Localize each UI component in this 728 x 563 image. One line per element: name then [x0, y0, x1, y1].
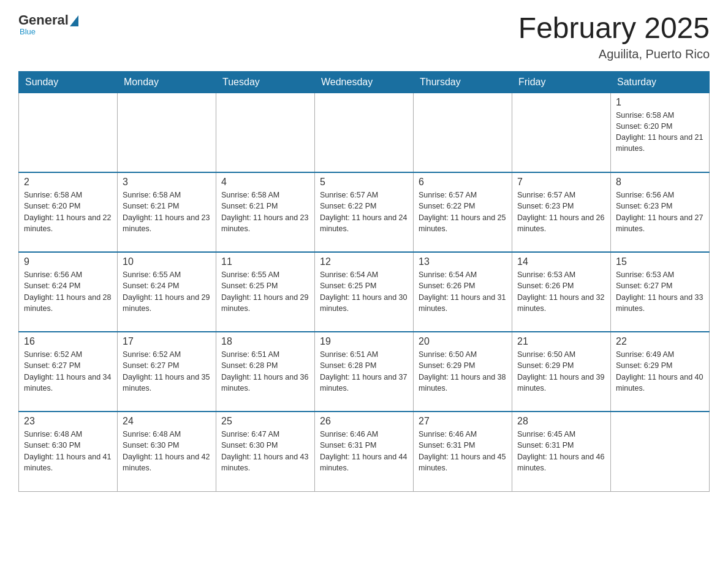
calendar-cell: 26Sunrise: 6:46 AMSunset: 6:31 PMDayligh…	[315, 412, 414, 491]
month-title: February 2025	[518, 12, 710, 45]
day-number: 26	[320, 416, 408, 427]
day-info: Sunrise: 6:55 AMSunset: 6:25 PMDaylight:…	[221, 269, 309, 314]
calendar-cell: 15Sunrise: 6:53 AMSunset: 6:27 PMDayligh…	[611, 252, 710, 332]
col-sunday: Sunday	[19, 71, 118, 93]
calendar-week-row: 2Sunrise: 6:58 AMSunset: 6:20 PMDaylight…	[19, 172, 710, 252]
calendar-cell: 4Sunrise: 6:58 AMSunset: 6:21 PMDaylight…	[216, 172, 315, 252]
day-info: Sunrise: 6:45 AMSunset: 6:31 PMDaylight:…	[517, 429, 605, 473]
day-info: Sunrise: 6:51 AMSunset: 6:28 PMDaylight:…	[221, 349, 309, 394]
day-number: 5	[320, 177, 408, 188]
logo: General Blue	[18, 12, 78, 36]
day-info: Sunrise: 6:56 AMSunset: 6:24 PMDaylight:…	[24, 269, 112, 314]
day-info: Sunrise: 6:58 AMSunset: 6:20 PMDaylight:…	[24, 190, 112, 234]
calendar-cell: 12Sunrise: 6:54 AMSunset: 6:25 PMDayligh…	[315, 252, 414, 332]
col-tuesday: Tuesday	[216, 71, 315, 93]
day-number: 8	[616, 177, 704, 188]
calendar-cell: 17Sunrise: 6:52 AMSunset: 6:27 PMDayligh…	[118, 332, 216, 412]
day-info: Sunrise: 6:55 AMSunset: 6:24 PMDaylight:…	[123, 269, 211, 314]
calendar-cell: 13Sunrise: 6:54 AMSunset: 6:26 PMDayligh…	[414, 252, 512, 332]
day-number: 13	[419, 256, 507, 267]
calendar-cell: 3Sunrise: 6:58 AMSunset: 6:21 PMDaylight…	[118, 172, 216, 252]
calendar-cell: 18Sunrise: 6:51 AMSunset: 6:28 PMDayligh…	[216, 332, 315, 412]
day-number: 28	[517, 416, 605, 427]
day-info: Sunrise: 6:58 AMSunset: 6:21 PMDaylight:…	[221, 190, 309, 234]
calendar-cell: 21Sunrise: 6:50 AMSunset: 6:29 PMDayligh…	[512, 332, 611, 412]
logo-blue-text: Blue	[20, 27, 36, 36]
day-info: Sunrise: 6:48 AMSunset: 6:30 PMDaylight:…	[123, 429, 211, 473]
calendar-cell: 20Sunrise: 6:50 AMSunset: 6:29 PMDayligh…	[414, 332, 512, 412]
calendar-cell	[315, 93, 414, 172]
col-thursday: Thursday	[414, 71, 512, 93]
day-number: 4	[221, 177, 309, 188]
day-info: Sunrise: 6:57 AMSunset: 6:22 PMDaylight:…	[320, 190, 408, 234]
logo-triangle-icon	[70, 15, 78, 26]
location-text: Aguilita, Puerto Rico	[518, 47, 710, 61]
day-number: 16	[24, 336, 112, 347]
calendar-cell: 7Sunrise: 6:57 AMSunset: 6:23 PMDaylight…	[512, 172, 611, 252]
calendar-week-row: 1Sunrise: 6:58 AMSunset: 6:20 PMDaylight…	[19, 93, 710, 172]
day-info: Sunrise: 6:54 AMSunset: 6:26 PMDaylight:…	[419, 269, 507, 314]
day-number: 24	[123, 416, 211, 427]
calendar-cell: 28Sunrise: 6:45 AMSunset: 6:31 PMDayligh…	[512, 412, 611, 491]
day-info: Sunrise: 6:51 AMSunset: 6:28 PMDaylight:…	[320, 349, 408, 394]
day-info: Sunrise: 6:53 AMSunset: 6:27 PMDaylight:…	[616, 269, 704, 314]
col-wednesday: Wednesday	[315, 71, 414, 93]
day-number: 19	[320, 336, 408, 347]
day-number: 23	[24, 416, 112, 427]
logo-general-text: General	[18, 12, 69, 28]
calendar-cell: 5Sunrise: 6:57 AMSunset: 6:22 PMDaylight…	[315, 172, 414, 252]
calendar-cell: 8Sunrise: 6:56 AMSunset: 6:23 PMDaylight…	[611, 172, 710, 252]
col-friday: Friday	[512, 71, 611, 93]
day-number: 14	[517, 256, 605, 267]
day-number: 6	[419, 177, 507, 188]
day-number: 21	[517, 336, 605, 347]
calendar-cell	[414, 93, 512, 172]
day-number: 3	[123, 177, 211, 188]
day-info: Sunrise: 6:52 AMSunset: 6:27 PMDaylight:…	[123, 349, 211, 394]
calendar-header-row: Sunday Monday Tuesday Wednesday Thursday…	[19, 71, 710, 93]
day-number: 15	[616, 256, 704, 267]
calendar-week-row: 23Sunrise: 6:48 AMSunset: 6:30 PMDayligh…	[19, 412, 710, 491]
day-number: 12	[320, 256, 408, 267]
day-number: 17	[123, 336, 211, 347]
page-header: General Blue February 2025 Aguilita, Pue…	[18, 12, 710, 61]
calendar-cell: 9Sunrise: 6:56 AMSunset: 6:24 PMDaylight…	[19, 252, 118, 332]
calendar-cell: 14Sunrise: 6:53 AMSunset: 6:26 PMDayligh…	[512, 252, 611, 332]
calendar-cell	[216, 93, 315, 172]
day-info: Sunrise: 6:46 AMSunset: 6:31 PMDaylight:…	[419, 429, 507, 473]
day-info: Sunrise: 6:57 AMSunset: 6:23 PMDaylight:…	[517, 190, 605, 234]
calendar-cell: 24Sunrise: 6:48 AMSunset: 6:30 PMDayligh…	[118, 412, 216, 491]
col-saturday: Saturday	[611, 71, 710, 93]
calendar-cell	[611, 412, 710, 491]
calendar-cell	[19, 93, 118, 172]
day-info: Sunrise: 6:50 AMSunset: 6:29 PMDaylight:…	[517, 349, 605, 394]
day-number: 9	[24, 256, 112, 267]
calendar-cell: 19Sunrise: 6:51 AMSunset: 6:28 PMDayligh…	[315, 332, 414, 412]
day-info: Sunrise: 6:54 AMSunset: 6:25 PMDaylight:…	[320, 269, 408, 314]
calendar-cell: 1Sunrise: 6:58 AMSunset: 6:20 PMDaylight…	[611, 93, 710, 172]
day-info: Sunrise: 6:52 AMSunset: 6:27 PMDaylight:…	[24, 349, 112, 394]
day-number: 27	[419, 416, 507, 427]
day-info: Sunrise: 6:46 AMSunset: 6:31 PMDaylight:…	[320, 429, 408, 473]
calendar-cell: 16Sunrise: 6:52 AMSunset: 6:27 PMDayligh…	[19, 332, 118, 412]
day-number: 11	[221, 256, 309, 267]
day-number: 22	[616, 336, 704, 347]
day-info: Sunrise: 6:58 AMSunset: 6:20 PMDaylight:…	[616, 110, 704, 155]
day-number: 10	[123, 256, 211, 267]
day-number: 25	[221, 416, 309, 427]
calendar-cell: 11Sunrise: 6:55 AMSunset: 6:25 PMDayligh…	[216, 252, 315, 332]
calendar-cell: 2Sunrise: 6:58 AMSunset: 6:20 PMDaylight…	[19, 172, 118, 252]
day-info: Sunrise: 6:49 AMSunset: 6:29 PMDaylight:…	[616, 349, 704, 394]
calendar-cell: 10Sunrise: 6:55 AMSunset: 6:24 PMDayligh…	[118, 252, 216, 332]
calendar-cell	[512, 93, 611, 172]
day-info: Sunrise: 6:47 AMSunset: 6:30 PMDaylight:…	[221, 429, 309, 473]
day-number: 7	[517, 177, 605, 188]
calendar-cell: 25Sunrise: 6:47 AMSunset: 6:30 PMDayligh…	[216, 412, 315, 491]
calendar-table: Sunday Monday Tuesday Wednesday Thursday…	[18, 71, 710, 492]
col-monday: Monday	[118, 71, 216, 93]
calendar-week-row: 9Sunrise: 6:56 AMSunset: 6:24 PMDaylight…	[19, 252, 710, 332]
title-area: February 2025 Aguilita, Puerto Rico	[518, 12, 710, 61]
calendar-cell: 6Sunrise: 6:57 AMSunset: 6:22 PMDaylight…	[414, 172, 512, 252]
day-info: Sunrise: 6:57 AMSunset: 6:22 PMDaylight:…	[419, 190, 507, 234]
calendar-cell	[118, 93, 216, 172]
